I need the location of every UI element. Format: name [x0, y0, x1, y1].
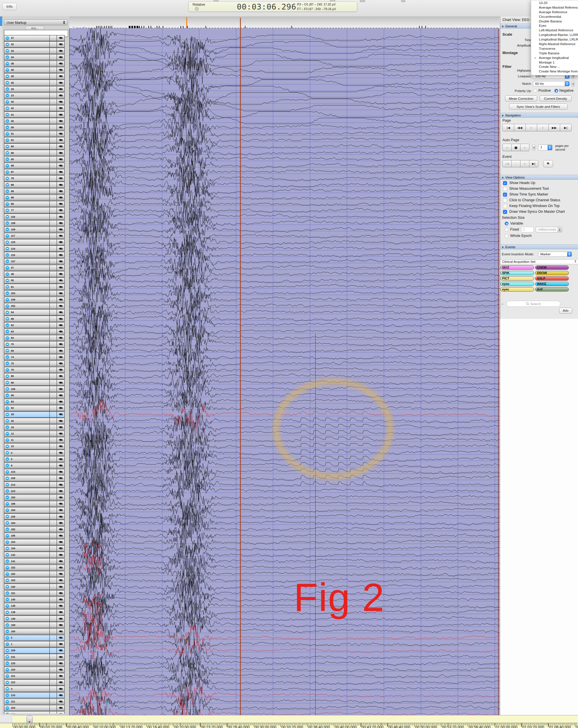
channel-row[interactable]: 252	[4, 303, 65, 309]
channel-status-cell[interactable]	[49, 680, 57, 685]
channel-status-cell[interactable]	[49, 195, 57, 200]
polarity-positive-radio[interactable]	[533, 89, 537, 93]
channel-visibility-toggle[interactable]	[57, 609, 65, 615]
channel-status-cell[interactable]	[49, 488, 57, 494]
channel-status-cell[interactable]	[49, 399, 57, 405]
section-header-view-options[interactable]: ▼ View Options	[500, 175, 578, 180]
remove-channel-icon[interactable]	[5, 572, 9, 576]
remove-channel-icon[interactable]	[5, 610, 9, 614]
remove-channel-icon[interactable]	[5, 604, 9, 608]
channel-row[interactable]: 115	[4, 252, 65, 258]
channel-row[interactable]: 149	[4, 616, 65, 622]
channel-visibility-toggle[interactable]	[57, 629, 65, 634]
remove-channel-icon[interactable]	[5, 444, 9, 448]
remove-channel-icon[interactable]	[5, 508, 9, 512]
channel-visibility-toggle[interactable]	[57, 558, 65, 564]
channel-visibility-toggle[interactable]	[57, 329, 65, 334]
view-option-checkbox[interactable]: ✓	[503, 210, 507, 214]
nav-button[interactable]: ▶|	[529, 160, 538, 167]
channel-row[interactable]: 124	[4, 245, 65, 252]
channel-row[interactable]: 69	[4, 347, 65, 354]
channel-row[interactable]: 182	[4, 526, 65, 532]
channel-visibility-toggle[interactable]	[57, 125, 65, 130]
channel-row[interactable]: 54	[4, 309, 65, 315]
event-type-button[interactable]: SPIK	[500, 271, 534, 275]
channel-row[interactable]: 11	[4, 437, 65, 443]
channel-status-cell[interactable]	[49, 163, 57, 168]
channel-status-cell[interactable]	[49, 55, 57, 60]
channel-row[interactable]: 125	[4, 239, 65, 245]
nav-button[interactable]: ‹	[525, 124, 537, 131]
channel-visibility-toggle[interactable]	[57, 373, 65, 379]
remove-channel-icon[interactable]	[5, 189, 9, 193]
channel-visibility-toggle[interactable]	[57, 182, 65, 187]
channel-visibility-toggle[interactable]	[57, 112, 65, 117]
channel-status-cell[interactable]	[49, 469, 57, 475]
channel-status-cell[interactable]	[49, 457, 57, 462]
remove-channel-icon[interactable]	[5, 368, 9, 372]
remove-channel-icon[interactable]	[5, 483, 9, 487]
channel-status-cell[interactable]	[49, 74, 57, 79]
remove-channel-icon[interactable]	[5, 521, 9, 525]
channel-row[interactable]: 141	[4, 558, 65, 564]
channel-row[interactable]: 68	[4, 316, 65, 322]
selection-variable-radio[interactable]	[505, 222, 508, 226]
channel-status-cell[interactable]	[49, 99, 57, 105]
remove-channel-icon[interactable]	[5, 636, 9, 640]
channel-status-cell[interactable]	[49, 246, 57, 251]
channel-status-cell[interactable]	[49, 431, 57, 437]
remove-channel-icon[interactable]	[5, 272, 9, 276]
channel-status-cell[interactable]	[49, 348, 57, 353]
channel-row[interactable]: 60	[4, 144, 65, 150]
event-flag-button[interactable]: ⚑	[543, 160, 553, 167]
remove-channel-icon[interactable]	[5, 681, 9, 684]
remove-channel-icon[interactable]	[5, 68, 9, 72]
channel-status-cell[interactable]	[49, 342, 57, 347]
channel-visibility-toggle[interactable]	[57, 316, 65, 321]
channel-row[interactable]: 70	[4, 341, 65, 347]
channel-visibility-toggle[interactable]	[57, 259, 65, 264]
channel-visibility-toggle[interactable]	[57, 35, 65, 41]
channel-status-cell[interactable]	[49, 227, 57, 232]
event-type-button[interactable]: eyec	[500, 287, 534, 291]
channel-status-cell[interactable]	[49, 80, 57, 85]
channel-visibility-toggle[interactable]	[57, 265, 65, 270]
channel-row[interactable]: 12	[4, 431, 65, 437]
channel-status-cell[interactable]	[49, 482, 57, 487]
channel-visibility-toggle[interactable]	[57, 393, 65, 398]
montage-menu-item[interactable]: Right-Mastoid Reference	[531, 42, 578, 47]
nav-button[interactable]: ◀◀	[514, 124, 526, 131]
channel-status-cell[interactable]	[49, 259, 57, 264]
remove-channel-icon[interactable]	[5, 419, 9, 423]
channel-status-cell[interactable]	[49, 597, 57, 602]
channel-row[interactable]: 19	[4, 424, 65, 431]
channel-status-cell[interactable]	[49, 316, 57, 321]
channel-visibility-toggle[interactable]	[57, 74, 65, 79]
channel-row[interactable]: 249	[4, 297, 65, 303]
channel-visibility-toggle[interactable]	[57, 208, 65, 213]
remove-channel-icon[interactable]	[5, 393, 9, 397]
montage-menu-item[interactable]: Triple Banana	[531, 51, 578, 56]
channel-visibility-toggle[interactable]	[57, 533, 65, 539]
channel-visibility-toggle[interactable]	[57, 170, 65, 175]
remove-channel-icon[interactable]	[5, 406, 9, 410]
channel-visibility-toggle[interactable]	[57, 412, 65, 417]
channel-status-cell[interactable]	[49, 418, 57, 423]
channel-status-cell[interactable]	[49, 233, 57, 239]
section-header-navigation[interactable]: ▼ Navigation	[500, 113, 578, 118]
channel-visibility-toggle[interactable]	[57, 603, 65, 609]
eeg-canvas[interactable]	[70, 28, 500, 715]
channel-visibility-toggle[interactable]	[57, 386, 65, 392]
channel-visibility-toggle[interactable]	[57, 355, 65, 360]
channel-row[interactable]: 59	[4, 125, 65, 131]
remove-channel-icon[interactable]	[5, 145, 9, 148]
channel-visibility-toggle[interactable]	[57, 495, 65, 500]
remove-channel-icon[interactable]	[5, 687, 9, 691]
nav-button[interactable]: |◀	[502, 160, 511, 167]
channel-status-cell[interactable]	[49, 303, 57, 309]
remove-channel-icon[interactable]	[5, 674, 9, 678]
channel-visibility-toggle[interactable]	[57, 278, 65, 283]
channel-status-cell[interactable]	[49, 220, 57, 226]
remove-channel-icon[interactable]	[5, 285, 9, 289]
channel-visibility-toggle[interactable]	[57, 661, 65, 666]
